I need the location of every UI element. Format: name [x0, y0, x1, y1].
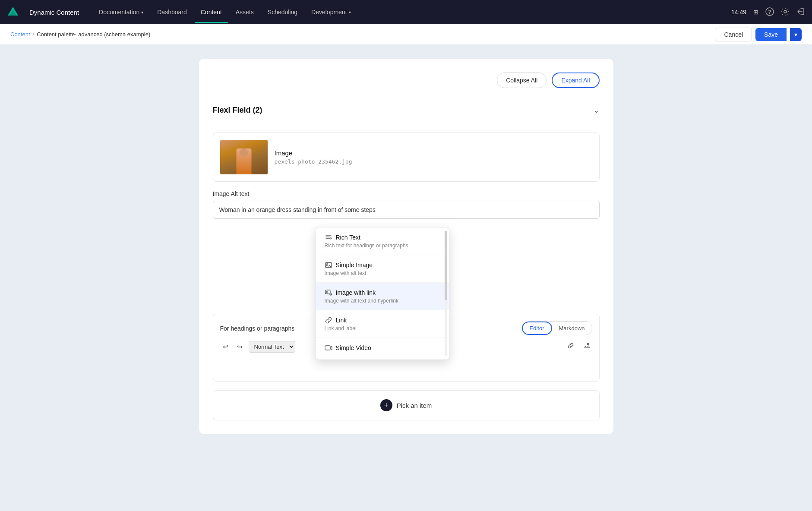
image-with-link-desc: Image with alt text and hyperlink [325, 298, 440, 304]
collapse-all-button[interactable]: Collapse All [497, 73, 547, 88]
alt-text-section: Image Alt text [213, 190, 600, 219]
breadcrumb-link[interactable]: Content [10, 31, 30, 38]
dropdown-item-simple-image[interactable]: Simple Image Image with alt text [316, 255, 449, 283]
nav-item-scheduling[interactable]: Scheduling [262, 5, 303, 19]
link-icon [325, 316, 332, 324]
action-buttons: Cancel Save ▾ [715, 28, 802, 41]
flexi-field-title: Flexi Field (2) [213, 106, 262, 115]
link-tool-button[interactable] [565, 341, 577, 353]
svg-text:?: ? [768, 9, 771, 15]
logout-icon[interactable] [796, 7, 805, 17]
settings-icon[interactable] [781, 7, 790, 17]
svg-point-6 [326, 264, 328, 265]
help-icon[interactable]: ? [765, 7, 774, 17]
breadcrumb-separator: / [33, 31, 35, 38]
alt-text-label: Image Alt text [213, 190, 600, 197]
content-card: Collapse All Expand All Flexi Field (2) … [199, 59, 613, 434]
dropdown-menu: Rich Text Rich text for headings or para… [316, 227, 449, 360]
nav-item-dashboard[interactable]: Dashboard [151, 5, 193, 19]
pick-item-label: Pick an item [397, 402, 432, 409]
image-label: Image [275, 149, 352, 157]
nav-items: Documentation ▾ Dashboard Content Assets… [93, 5, 731, 19]
editor-toggle: Editor Markdown [521, 321, 592, 335]
expand-controls: Collapse All Expand All [213, 73, 600, 88]
current-time: 14:49 [731, 9, 746, 16]
link-desc: Link and label [325, 325, 440, 331]
thumbnail-image [220, 140, 268, 174]
breadcrumb-bar: Content / Content palette- advanced (sch… [0, 24, 812, 45]
svg-point-4 [784, 10, 787, 13]
alt-text-input[interactable] [213, 201, 600, 219]
nav-item-documentation[interactable]: Documentation ▾ [93, 5, 149, 19]
redo-button[interactable]: ↪ [234, 341, 245, 353]
image-thumbnail [220, 140, 268, 174]
editor-button[interactable]: Editor [522, 322, 552, 335]
app-logo[interactable] [7, 6, 19, 18]
image-icon [325, 261, 332, 269]
nav-item-development[interactable]: Development ▾ [305, 5, 357, 19]
dropdown-item-simple-video[interactable]: Simple Video [316, 338, 449, 360]
rich-text-desc: Rich text for headings or paragraphs [325, 243, 440, 249]
pick-item-button[interactable]: + Pick an item [380, 399, 432, 411]
undo-button[interactable]: ↩ [220, 341, 231, 353]
dropdown-scroll-thumb [445, 231, 447, 300]
svg-rect-9 [325, 346, 330, 350]
text-style-select[interactable]: Normal Text [249, 341, 295, 353]
flexi-field-header: Flexi Field (2) ⌄ [213, 98, 600, 122]
flexi-field-toggle[interactable]: ⌄ [593, 105, 600, 115]
app-name: Dynamic Content [29, 9, 79, 16]
dropdown-scrollbar[interactable] [445, 231, 447, 356]
chevron-down-icon: ▾ [141, 10, 143, 15]
chevron-down-icon: ▾ [349, 10, 351, 15]
save-dropdown-button[interactable]: ▾ [790, 28, 802, 41]
breadcrumb-current: Content palette- advanced (schema exampl… [37, 31, 150, 38]
video-icon [325, 344, 332, 352]
cancel-button[interactable]: Cancel [715, 28, 752, 41]
rich-text-icon [325, 233, 332, 241]
dropdown-item-rich-text[interactable]: Rich Text Rich text for headings or para… [316, 227, 449, 255]
nav-item-assets[interactable]: Assets [230, 5, 260, 19]
top-navigation: Dynamic Content Documentation ▾ Dashboar… [0, 0, 812, 24]
add-icon: + [380, 399, 392, 411]
image-info: Image pexels-photo-235462.jpg [275, 149, 352, 165]
text-block-label: For headings or paragraphs [220, 325, 295, 332]
image-tool-button[interactable] [580, 341, 592, 353]
dropdown-item-image-with-link[interactable]: Image with link Image with alt text and … [316, 283, 449, 310]
breadcrumb: Content / Content palette- advanced (sch… [10, 31, 150, 38]
expand-all-button[interactable]: Expand All [552, 73, 599, 88]
pick-item-block: + Pick an item [213, 390, 600, 420]
simple-image-desc: Image with alt text [325, 270, 440, 276]
image-link-icon [325, 289, 332, 297]
expand-icon[interactable]: ⊞ [753, 9, 758, 16]
nav-right: 14:49 ⊞ ? [731, 7, 805, 17]
nav-item-content[interactable]: Content [195, 5, 228, 19]
dropdown-item-link[interactable]: Link Link and label [316, 310, 449, 338]
svg-point-8 [326, 291, 327, 292]
image-filename: pexels-photo-235462.jpg [275, 158, 352, 165]
markdown-button[interactable]: Markdown [552, 322, 592, 334]
save-button[interactable]: Save [755, 28, 787, 41]
main-content: Collapse All Expand All Flexi Field (2) … [0, 45, 812, 511]
image-block: Image pexels-photo-235462.jpg [213, 132, 600, 182]
